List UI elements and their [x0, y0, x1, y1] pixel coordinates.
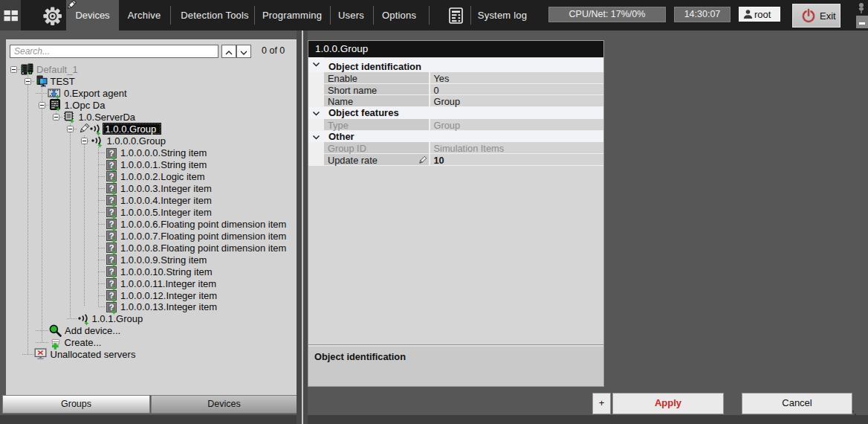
svg-text:?: ? — [108, 243, 114, 252]
svg-text:?: ? — [108, 196, 114, 205]
svg-text:?: ? — [108, 208, 114, 216]
svg-text:?: ? — [108, 184, 114, 193]
svg-text:?: ? — [108, 255, 114, 264]
svg-text:?: ? — [108, 148, 114, 157]
svg-text:?: ? — [108, 303, 114, 312]
svg-text:?: ? — [108, 172, 114, 181]
svg-text:?: ? — [108, 160, 114, 169]
svg-text:?: ? — [108, 267, 114, 276]
svg-text:?: ? — [108, 231, 114, 240]
svg-text:?: ? — [108, 279, 114, 288]
svg-text:?: ? — [108, 219, 114, 228]
svg-text:?: ? — [108, 291, 114, 300]
